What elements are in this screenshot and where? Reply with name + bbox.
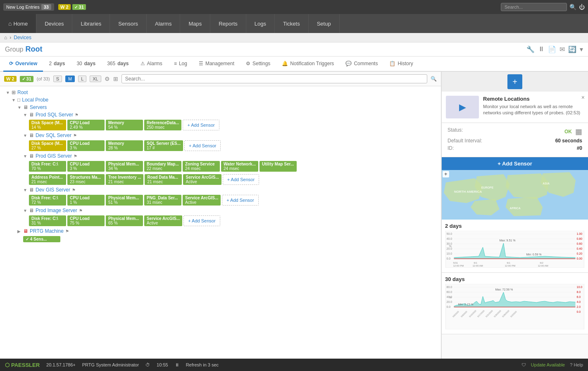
local-probe-label[interactable]: Local Probe — [22, 97, 48, 103]
sensor-cpu-prod-gis[interactable]: CPU Load 3 % — [67, 161, 105, 172]
sensor-referencedata-prod-sql[interactable]: ReferenceData... 250 msec — [144, 120, 181, 130]
dev-gis-label[interactable]: Dev GIS Server — [36, 187, 70, 193]
power-icon[interactable]: ⏻ — [579, 4, 585, 10]
prod-sql-label[interactable]: Prod SQL Server — [36, 112, 73, 118]
servers-toggle[interactable]: ▼ — [17, 105, 21, 110]
report-icon[interactable]: 📄 — [548, 45, 556, 53]
sensor-boundary-prod-gis[interactable]: Boundary Map... 22 msec — [144, 161, 181, 172]
root-toggle[interactable]: ▼ — [6, 90, 10, 95]
prod-gis-label[interactable]: Prod GIS Server — [36, 153, 72, 159]
filter-search-icon[interactable]: 🔍 — [431, 76, 437, 82]
ok-badge[interactable]: ✓ 31 — [72, 4, 86, 10]
prtg-machine-label[interactable]: PRTG Machine — [30, 228, 64, 234]
local-probe-toggle[interactable]: ▼ — [12, 98, 16, 102]
tab-365days[interactable]: 365 days — [101, 57, 134, 72]
add-top-btn[interactable]: + — [507, 74, 522, 89]
nav-reports[interactable]: Reports — [210, 14, 246, 33]
sensor-structures-prod-gis[interactable]: Structures Ma... 23 msec — [67, 174, 105, 185]
top-search-input[interactable] — [501, 3, 567, 11]
tab-settings[interactable]: ⚙ Settings — [240, 57, 276, 72]
nav-logs[interactable]: Logs — [246, 14, 275, 33]
sensor-zoning-prod-gis[interactable]: Zoning Service 24 msec — [183, 161, 220, 172]
nav-tickets[interactable]: Tickets — [275, 14, 309, 33]
size-btn-s[interactable]: S — [53, 76, 62, 82]
dropdown-icon[interactable]: ▾ — [580, 45, 583, 53]
tree-local-probe[interactable]: ▼ □ Local Probe — [0, 96, 441, 104]
sensor-arcgis-prod-image[interactable]: Service ArcGIS... Active — [144, 215, 182, 226]
prod-sql-toggle[interactable]: ▼ — [23, 113, 27, 117]
prod-sql-server-row[interactable]: ▼ 🖥 Prod SQL Server ⚑ — [0, 111, 441, 118]
sensor-disk-space-dev-sql[interactable]: Disk Space (M... 27 % — [29, 140, 66, 151]
sensor-water-prod-gis[interactable]: Water Network... 24 msec — [221, 161, 258, 172]
tab-30days[interactable]: 30 days — [71, 57, 101, 72]
dev-sql-toggle[interactable]: ▼ — [23, 133, 27, 138]
sensor-png-dev-gis[interactable]: PNG_Data Ser... 31 msec — [144, 195, 181, 206]
play-icon[interactable]: ▶ — [459, 102, 466, 113]
sensor-sqlserver-dev-sql[interactable]: SQL Server (ES... 17 # — [144, 140, 183, 151]
prod-gis-toggle[interactable]: ▼ — [23, 154, 27, 158]
add-sensor-dev-gis[interactable]: + Add Sensor — [222, 195, 258, 206]
remote-locations-thumb[interactable]: ▶ — [446, 96, 479, 118]
tab-notification-triggers[interactable]: 🔔 Notification Triggers — [276, 57, 340, 72]
log-entries-badge[interactable]: New Log Entries 33 — [3, 3, 54, 11]
prod-image-label[interactable]: Prod Image Server — [36, 208, 77, 213]
refresh-icon[interactable]: 🔄 — [568, 45, 576, 53]
sensor-arcgis-prod-gis[interactable]: Service ArcGIS... Active — [183, 174, 221, 185]
sensor-diskfree-prod-image[interactable]: Disk Free: C:\ 31 % — [29, 215, 66, 226]
sensor-prtg-count[interactable]: ✓ 4 Sens... — [23, 236, 60, 242]
breadcrumb-devices[interactable]: Devices — [14, 35, 31, 40]
email-icon[interactable]: ✉ — [559, 45, 565, 53]
size-btn-m[interactable]: M — [65, 76, 75, 82]
sensor-diskfree-prod-gis[interactable]: Disk Free: C:\ 70 % — [29, 161, 66, 172]
filter-ok-badge[interactable]: ✓ 31 — [20, 76, 33, 82]
nav-home[interactable]: ⌂ Home — [0, 14, 36, 33]
prod-image-server-row[interactable]: ▼ 🖥 Prod Image Server ⚑ — [0, 207, 441, 214]
wrench-icon[interactable]: 🔧 — [526, 45, 535, 53]
filter-gear-icon[interactable]: ⚙ — [105, 76, 110, 82]
nav-setup[interactable]: Setup — [309, 14, 340, 33]
sensor-memory-prod-sql[interactable]: Memory 54 % — [106, 120, 143, 130]
add-sensor-dev-sql[interactable]: + Add Sensor — [184, 140, 221, 151]
pause-icon[interactable]: ⏸ — [538, 45, 545, 53]
nav-libraries[interactable]: Libraries — [72, 14, 110, 33]
add-sensor-prod-image[interactable]: + Add Sensor — [183, 215, 220, 226]
nav-alarms[interactable]: Alarms — [147, 14, 180, 33]
sensor-tree-prod-gis[interactable]: Tree Inventory ... 21 msec — [106, 174, 143, 185]
warnings-badge[interactable]: W 2 — [58, 4, 71, 10]
filter-w-badge[interactable]: W 2 — [4, 76, 17, 82]
filter-grid-icon[interactable]: ⊞ — [113, 76, 118, 82]
dev-gis-toggle[interactable]: ▼ — [23, 188, 27, 192]
nav-sensors[interactable]: Sensors — [110, 14, 147, 33]
tree-root[interactable]: ▼ ⊞ Root — [0, 89, 441, 96]
sensor-physicalmem-prod-gis[interactable]: Physical Mem... 34 % — [106, 161, 143, 172]
dev-sql-server-row[interactable]: ▼ 🖥 Dev SQL Server ⚑ — [0, 132, 441, 139]
sensor-cpu-load-dev-sql[interactable]: CPU Load 3 % — [67, 140, 105, 151]
size-btn-l[interactable]: L — [78, 76, 86, 82]
prtg-machine-row[interactable]: ▶ 🖥 PRTG Machine ⚑ — [0, 227, 441, 235]
tab-comments[interactable]: 💬 Comments — [340, 57, 383, 72]
sensor-cpu-prod-image[interactable]: CPU Load 75 % — [67, 215, 105, 226]
sensor-cpu-load-prod-sql[interactable]: CPU Load 2.49 % — [67, 120, 105, 130]
tab-history[interactable]: 📋 History — [383, 57, 419, 72]
breadcrumb-home[interactable]: ⌂ — [4, 35, 7, 40]
nav-maps[interactable]: Maps — [180, 14, 210, 33]
tree-servers[interactable]: ▼ 🖥 Servers — [0, 104, 441, 111]
tab-overview[interactable]: ⟳ Overview — [3, 57, 43, 72]
dev-sql-label[interactable]: Dev SQL Server — [36, 132, 71, 138]
remote-locations-close[interactable]: × — [581, 94, 585, 101]
sensor-physicalmem-prod-image[interactable]: Physical Mem... 65 % — [106, 215, 143, 226]
prod-image-toggle[interactable]: ▼ — [23, 208, 27, 213]
sensor-physicalmem-dev-gis[interactable]: Physical Mem... 51 % — [106, 195, 143, 206]
sensor-disk-space-prod-sql[interactable]: Disk Space (M... 14 % — [29, 120, 66, 130]
sensor-address-prod-gis[interactable]: Address Point... 21 msec — [29, 174, 66, 185]
dev-gis-server-row[interactable]: ▼ 🖥 Dev GIS Server ⚑ — [0, 186, 441, 194]
sensor-diskfree-dev-gis[interactable]: Disk Free: C:\ 72 % — [29, 195, 66, 206]
sensor-arcgis-dev-gis[interactable]: Service ArcGIS... Active — [183, 195, 221, 206]
qr-icon[interactable]: ▦ — [575, 127, 582, 136]
nav-devices[interactable]: Devices — [36, 14, 72, 33]
add-sensor-prod-gis[interactable]: + Add Sensor — [223, 174, 259, 185]
tab-alarms[interactable]: ⚠ Alarms — [135, 57, 168, 72]
sensor-utility-prod-gis[interactable]: Utility Map Ser... — [259, 161, 297, 172]
tab-2days[interactable]: 2 days — [43, 57, 71, 72]
add-sensor-button[interactable]: + Add Sensor — [442, 157, 588, 170]
